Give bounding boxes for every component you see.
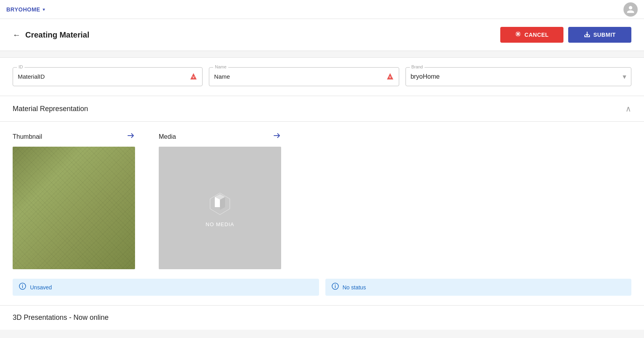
media-status-bar: No status xyxy=(325,279,632,296)
no-media-text: NO MEDIA xyxy=(206,221,234,227)
status-bars: Unsaved No status xyxy=(0,279,644,305)
media-action-icon[interactable] xyxy=(272,131,281,142)
name-label: Name xyxy=(213,64,228,69)
representation-header: Material Representation ∧ xyxy=(0,96,644,122)
presentations-section: 3D Presentations - Now online xyxy=(0,306,644,330)
thumbnail-item: Thumbnail xyxy=(13,131,135,269)
page-header: ← Creating Material CANCEL SUBMIT xyxy=(0,19,644,51)
media-item: Media NO MEDIA xyxy=(159,131,281,269)
back-button[interactable]: ← xyxy=(13,30,21,40)
svg-point-11 xyxy=(22,285,23,285)
svg-text:V: V xyxy=(193,76,195,79)
svg-text:V: V xyxy=(389,76,391,79)
name-field[interactable]: Name Name V xyxy=(209,67,399,86)
id-value: MaterialID xyxy=(18,73,45,80)
collapse-icon[interactable]: ∧ xyxy=(625,104,631,113)
name-value-row: Name V xyxy=(214,71,394,82)
brand-value: bryoHome xyxy=(411,73,440,80)
media-status-text: No status xyxy=(343,284,366,291)
thumbnail-image xyxy=(13,147,135,269)
page-title-area: ← Creating Material xyxy=(13,30,89,40)
brand-select-inner: bryoHome ▾ xyxy=(411,71,626,83)
submit-icon xyxy=(584,31,590,39)
id-label: ID xyxy=(17,64,24,69)
representation-title: Material Representation xyxy=(13,105,88,113)
fabric-texture xyxy=(13,147,135,269)
thumbnail-status-bar: Unsaved xyxy=(13,279,319,296)
form-section: ID MaterialID V Name Name V xyxy=(0,57,644,96)
thumbnail-info-icon xyxy=(19,283,26,292)
media-info-icon xyxy=(332,283,339,292)
id-field-icon: V xyxy=(190,72,197,80)
svg-point-14 xyxy=(335,285,336,285)
cube-icon xyxy=(206,189,234,217)
brand-label: Brand xyxy=(410,64,424,69)
name-value: Name xyxy=(214,73,230,80)
top-nav: BRYOHOME ▾ xyxy=(0,0,644,19)
submit-button[interactable]: SUBMIT xyxy=(568,27,631,43)
cancel-label: CANCEL xyxy=(524,32,548,38)
presentations-title: 3D Presentations - Now online xyxy=(13,313,109,321)
name-field-icon: V xyxy=(386,72,394,80)
id-field[interactable]: ID MaterialID V xyxy=(13,67,203,86)
thumbnail-header: Thumbnail xyxy=(13,131,135,142)
no-media-container: NO MEDIA xyxy=(159,147,281,269)
submit-label: SUBMIT xyxy=(593,32,616,38)
brand-field[interactable]: Brand bryoHome ▾ xyxy=(406,67,631,86)
avatar[interactable] xyxy=(623,2,638,17)
chevron-down-icon: ▾ xyxy=(43,7,45,12)
media-header: Media xyxy=(159,131,281,142)
thumbnail-action-icon[interactable] xyxy=(126,131,135,142)
media-row: Thumbnail Media xyxy=(0,122,644,279)
brand-area[interactable]: BRYOHOME ▾ xyxy=(6,6,45,13)
chevron-down-icon: ▾ xyxy=(623,72,626,81)
id-value-row: MaterialID V xyxy=(18,71,197,82)
cancel-button[interactable]: CANCEL xyxy=(500,27,563,43)
thumbnail-status-text: Unsaved xyxy=(30,284,52,291)
cancel-x-icon xyxy=(515,31,521,39)
brand-name: BRYOHOME xyxy=(6,6,40,13)
header-actions: CANCEL SUBMIT xyxy=(500,27,631,43)
form-row: ID MaterialID V Name Name V xyxy=(13,67,631,86)
representation-section: Material Representation ∧ Thumbnail Medi… xyxy=(0,96,644,306)
media-label: Media xyxy=(159,133,176,140)
thumbnail-label: Thumbnail xyxy=(13,133,42,140)
page-title: Creating Material xyxy=(25,30,89,40)
